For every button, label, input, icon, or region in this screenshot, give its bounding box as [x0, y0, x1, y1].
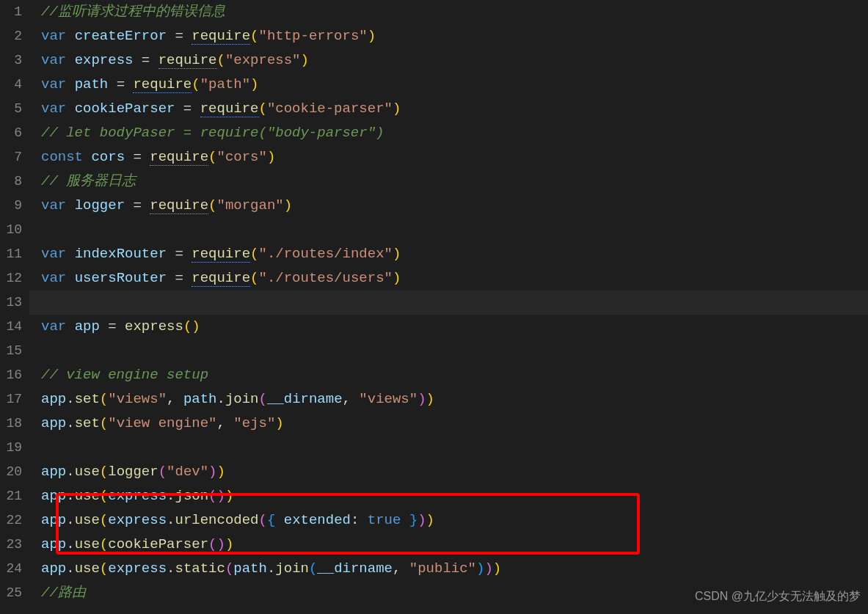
token-var: indexRouter	[75, 246, 167, 262]
line-number: 25	[0, 581, 22, 605]
token-func: cookieParser	[108, 536, 208, 552]
token-func: require	[133, 76, 192, 93]
token-op: =	[175, 270, 183, 286]
token-delim-y: (	[100, 391, 108, 407]
line-number: 16	[0, 363, 22, 387]
line-number: 21	[0, 484, 22, 508]
token-delim-y: )	[368, 28, 376, 44]
token-delim-y: )	[250, 76, 258, 92]
token-delim-y: )	[225, 488, 233, 504]
token-delim-y: )	[284, 197, 292, 213]
token-func: join	[225, 391, 259, 407]
code-line[interactable]: // view engine setup	[29, 363, 868, 387]
token-delim-y: (	[217, 52, 225, 68]
token-delim-b: )	[476, 560, 484, 577]
token-func: express	[125, 318, 183, 335]
token-var: cookieParser	[75, 100, 175, 117]
code-line[interactable]: app.use(logger("dev"))	[29, 460, 868, 484]
token-var: cors	[91, 149, 125, 165]
token-comment: //监听请求过程中的错误信息	[41, 4, 225, 20]
line-number: 14	[0, 315, 22, 339]
token-func: logger	[108, 464, 158, 480]
token-var: app	[41, 512, 66, 528]
token-op: .	[66, 512, 74, 528]
line-number: 5	[0, 97, 22, 121]
token-func: require	[150, 149, 208, 166]
code-line[interactable]: var logger = require("morgan")	[29, 194, 868, 218]
token-delim-y: (	[250, 246, 258, 262]
token-var: createError	[75, 28, 167, 44]
line-number: 10	[0, 218, 22, 242]
code-line[interactable]: // let bodyPaser = require("body-parser"…	[29, 121, 868, 145]
code-line[interactable]: app.set("views", path.join(__dirname, "v…	[29, 387, 868, 412]
code-line[interactable]: app.use(express.static(path.join(__dirna…	[29, 557, 868, 581]
token-var: express	[108, 512, 167, 528]
line-number: 7	[0, 145, 22, 169]
token-op: =	[142, 52, 150, 68]
token-op: ,	[167, 391, 183, 407]
code-line[interactable]: var indexRouter = require("./routes/inde…	[29, 242, 868, 266]
token-delim-y: (	[100, 488, 108, 504]
token-delim-p: (	[208, 536, 216, 552]
code-line[interactable]: app.use(express.urlencoded({ extended: t…	[29, 508, 868, 533]
watermark: CSDN @九亿少女无法触及的梦	[695, 584, 861, 608]
token-func: static	[175, 560, 225, 577]
code-line[interactable]: // 服务器日志	[29, 169, 868, 194]
token-delim-p: (	[259, 391, 267, 407]
code-line[interactable]	[29, 218, 868, 242]
line-number: 18	[0, 412, 22, 436]
code-line[interactable]: var app = express()	[29, 315, 868, 339]
token-string: "view engine"	[108, 415, 216, 431]
token-var: usersRouter	[75, 270, 167, 286]
token-delim-p: (	[158, 464, 167, 480]
code-line[interactable]: var createError = require("http-errors")	[29, 24, 868, 48]
token-delim-p: (	[225, 560, 233, 577]
token-op: .	[167, 512, 175, 528]
code-line[interactable]: //监听请求过程中的错误信息	[29, 0, 868, 24]
token-op: =	[108, 318, 116, 335]
token-var: path	[183, 391, 217, 407]
code-line[interactable]	[29, 290, 868, 315]
token-var: express	[75, 52, 134, 68]
token-op: .	[267, 560, 275, 577]
token-op: ,	[216, 415, 233, 431]
token-delim-p: )	[208, 464, 216, 480]
token-string: "views"	[108, 391, 167, 407]
code-area[interactable]: //监听请求过程中的错误信息var createError = require(…	[29, 0, 868, 614]
code-line[interactable]	[29, 339, 868, 363]
token-keyword: var	[41, 270, 66, 286]
line-number: 9	[0, 194, 22, 218]
code-line[interactable]: var usersRouter = require("./routes/user…	[29, 266, 868, 290]
code-line[interactable]: app.set("view engine", "ejs")	[29, 412, 868, 436]
token-func: require	[192, 246, 250, 263]
code-line[interactable]: var express = require("express")	[29, 48, 868, 73]
token-op: .	[167, 488, 175, 504]
code-line[interactable]	[29, 436, 868, 460]
code-line[interactable]: app.use(cookieParser())	[29, 533, 868, 557]
line-number: 11	[0, 242, 22, 266]
code-line[interactable]: app.use(express.json())	[29, 484, 868, 508]
token-string: "views"	[359, 391, 417, 407]
token-string: "./routes/users"	[259, 270, 393, 286]
token-keyword: var	[41, 100, 66, 117]
code-line[interactable]: var cookieParser = require("cookie-parse…	[29, 97, 868, 121]
token-op: ,	[393, 560, 409, 577]
token-delim-y: )	[301, 52, 309, 68]
token-comment: // let bodyPaser = require("body-parser"…	[41, 125, 384, 141]
token-delim-p: )	[417, 512, 426, 528]
code-line[interactable]: var path = require("path")	[29, 73, 868, 97]
token-comment: //路由	[41, 585, 86, 601]
token-op: =	[183, 100, 192, 117]
token-keyword: var	[41, 52, 66, 68]
code-editor[interactable]: 1234567891011121314151617181920212223242…	[0, 0, 868, 614]
code-line[interactable]: const cors = require("cors")	[29, 145, 868, 169]
line-number: 23	[0, 533, 22, 557]
token-delim-y: (	[208, 197, 216, 213]
token-string: "public"	[409, 560, 476, 577]
token-string: "http-errors"	[259, 28, 368, 44]
token-op: .	[66, 391, 74, 407]
token-var: __dirname	[317, 560, 393, 577]
token-delim-y: (	[100, 536, 108, 552]
token-keyword: var	[41, 318, 66, 335]
token-delim-y: (	[100, 560, 108, 577]
